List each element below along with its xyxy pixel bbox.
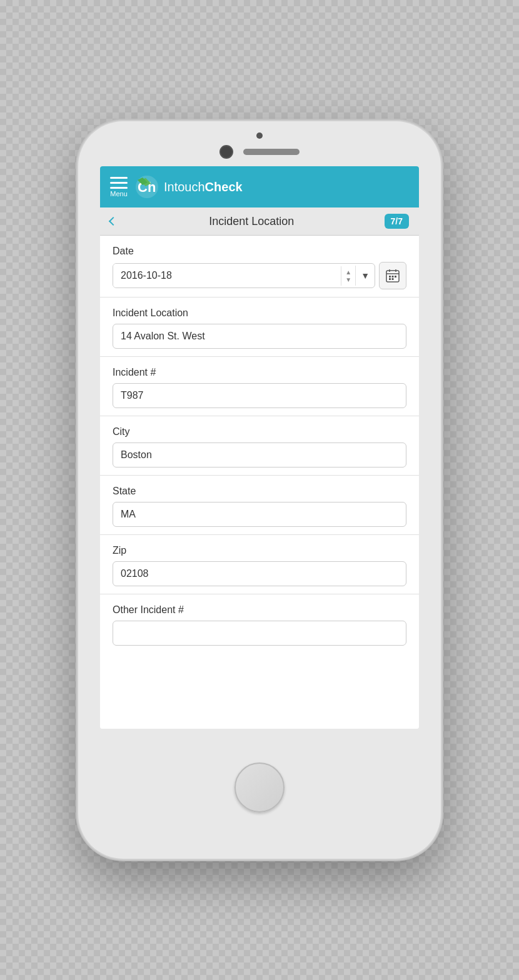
date-dropdown-arrow[interactable]: ▼ — [355, 266, 375, 286]
app-title: IntouchCheck — [164, 180, 243, 194]
city-section: City — [100, 416, 419, 476]
app-header: Menu Ch IntouchCheck — [100, 166, 419, 208]
chevron-left-icon — [109, 217, 118, 226]
zip-label: Zip — [113, 545, 406, 556]
app-logo-icon: Ch — [135, 175, 159, 199]
menu-button[interactable]: Menu — [110, 177, 128, 198]
state-input[interactable] — [113, 502, 406, 527]
other-incident-label: Other Incident # — [113, 604, 406, 616]
menu-label: Menu — [110, 190, 128, 198]
date-label: Date — [113, 246, 406, 257]
date-input[interactable] — [113, 264, 341, 288]
other-incident-section: Other Incident # — [100, 594, 419, 653]
app-logo-area: Ch IntouchCheck — [135, 175, 243, 199]
svg-rect-11 — [389, 278, 391, 280]
phone-screen: Menu Ch IntouchCheck — [100, 166, 419, 729]
zip-section: Zip — [100, 535, 419, 594]
front-camera — [219, 145, 233, 159]
incident-number-input[interactable] — [113, 383, 406, 408]
date-row: ▲ ▼ ▼ — [113, 262, 406, 289]
calendar-button[interactable] — [379, 262, 406, 289]
hamburger-icon — [110, 177, 128, 189]
state-section: State — [100, 476, 419, 535]
svg-rect-12 — [392, 278, 394, 280]
zip-input[interactable] — [113, 561, 406, 586]
incident-location-label: Incident Location — [113, 308, 406, 319]
incident-number-label: Incident # — [113, 367, 406, 378]
incident-number-section: Incident # — [100, 357, 419, 416]
form-content: Date ▲ ▼ ▼ — [100, 236, 419, 729]
other-incident-input[interactable] — [113, 621, 406, 646]
speaker — [243, 149, 300, 155]
phone-top-row — [219, 145, 300, 159]
nav-bar: Incident Location 7/7 — [100, 208, 419, 236]
date-section: Date ▲ ▼ ▼ — [100, 236, 419, 298]
nav-title: Incident Location — [209, 215, 294, 228]
incident-location-section: Incident Location — [100, 298, 419, 357]
svg-rect-9 — [392, 276, 394, 278]
city-label: City — [113, 426, 406, 438]
svg-rect-8 — [389, 276, 391, 278]
progress-badge: 7/7 — [385, 214, 409, 229]
date-spinner[interactable]: ▲ ▼ — [341, 266, 355, 286]
state-label: State — [113, 486, 406, 497]
home-button[interactable] — [234, 762, 285, 812]
calendar-icon — [386, 269, 400, 282]
svg-rect-10 — [395, 276, 396, 278]
city-input[interactable] — [113, 442, 406, 468]
incident-location-input[interactable] — [113, 324, 406, 349]
phone-top — [78, 121, 441, 166]
date-input-wrap: ▲ ▼ ▼ — [113, 263, 375, 288]
phone-wrapper: Menu Ch IntouchCheck — [0, 0, 519, 980]
phone-bottom — [234, 729, 285, 859]
phone-shell: Menu Ch IntouchCheck — [78, 121, 441, 859]
camera-dot — [256, 132, 263, 139]
back-button[interactable] — [110, 218, 119, 224]
